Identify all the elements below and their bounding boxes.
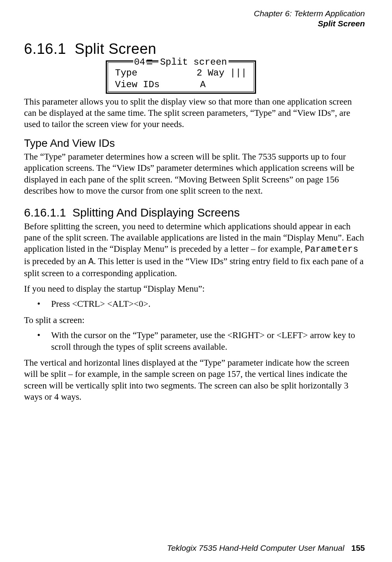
subheading-type-view-ids: Type And View IDs [24, 137, 365, 150]
page-header: Chapter 6: Tekterm Application Split Scr… [24, 9, 365, 29]
section-number: 6.16.1.1 [24, 206, 66, 219]
section-number: 6.16.1 [24, 41, 66, 57]
row-label: Type [115, 67, 138, 79]
screen-row-type: Type 2 Way ||| [115, 67, 247, 79]
footer-text: Teklogix 7535 Hand-Held Computer User Ma… [167, 543, 344, 552]
section-title: Splitting And Displaying Screens [72, 206, 240, 219]
row-value: A [200, 79, 206, 91]
page-footer: Teklogix 7535 Hand-Held Computer User Ma… [167, 543, 365, 553]
section-heading-6-16-1: 6.16.1 Split Screen [24, 41, 365, 57]
paragraph-display-menu: If you need to display the startup “Disp… [24, 283, 365, 294]
section-title: Split Screen [75, 41, 156, 57]
box-title-text: Split screen [158, 57, 229, 67]
bullet-list-2: With the cursor on the “Type” parameter,… [24, 330, 365, 352]
page-number: 155 [351, 543, 365, 552]
box-title-num: 04 [133, 57, 146, 67]
chapter-label: Chapter 6: Tekterm Application [24, 9, 365, 19]
screen-row-view-ids: View IDs A [115, 79, 247, 91]
terminal-screen-figure: 04 Split screen Type 2 Way ||| View IDs … [0, 60, 365, 94]
mono-a: A [88, 257, 94, 267]
row-value: 2 Way ||| [196, 67, 247, 79]
paragraph-intro: This parameter allows you to split the d… [24, 96, 365, 130]
paragraph-type-view: The “Type” parameter determines how a sc… [24, 151, 365, 197]
header-subtitle: Split Screen [24, 19, 365, 29]
paragraph-before-split: Before splitting the screen, you need to… [24, 221, 365, 279]
list-item: With the cursor on the “Type” parameter,… [24, 330, 365, 352]
row-label: View IDs [115, 79, 160, 91]
paragraph-to-split: To split a screen: [24, 315, 365, 326]
screen-box-title: 04 Split screen [108, 57, 254, 68]
paragraph-vertical-horizontal: The vertical and horizontal lines displa… [24, 357, 365, 403]
mono-parameters: Parameters [305, 244, 358, 254]
list-item: Press <CTRL> <ALT><0>. [24, 298, 365, 309]
bullet-list-1: Press <CTRL> <ALT><0>. [24, 298, 365, 309]
section-heading-6-16-1-1: 6.16.1.1 Splitting And Displaying Screen… [24, 206, 365, 219]
